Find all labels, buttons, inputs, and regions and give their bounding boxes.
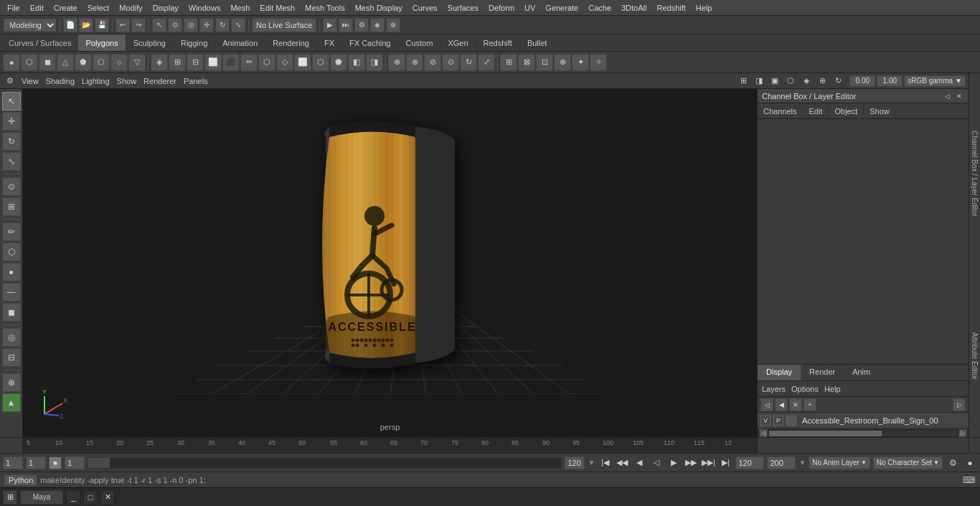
tab-animation[interactable]: Animation — [215, 34, 265, 51]
char-set-selector[interactable]: No Character Set ▼ — [873, 456, 943, 469]
cb-tab-edit[interactable]: Edit — [803, 103, 829, 118]
rotate-tool-lt[interactable]: ↻ — [2, 132, 21, 151]
shelf-icon-8[interactable]: ▽ — [128, 54, 146, 71]
playback-next-frame[interactable]: ▶▶ — [684, 456, 698, 470]
panels-menu[interactable]: Panels — [181, 74, 211, 88]
anim-settings-icon[interactable]: ⚙ — [946, 456, 960, 470]
show-menu[interactable]: Show — [114, 74, 140, 88]
layer-add-icon[interactable]: + — [804, 398, 816, 411]
shelf-icon-13[interactable]: ⬛ — [222, 54, 240, 71]
vp-icon-7[interactable]: ↻ — [831, 74, 845, 88]
current-frame-input2[interactable]: 1 — [65, 456, 85, 469]
render-seq-icon[interactable]: ⏭ — [339, 18, 353, 32]
cb-tab-object[interactable]: Object — [829, 103, 864, 118]
shelf-icon-9[interactable]: ◈ — [151, 54, 168, 71]
render-settings-icon[interactable]: ⚙ — [354, 18, 369, 32]
tab-curves-surfaces[interactable]: Curves / Surfaces — [1, 37, 78, 50]
scroll-right-arrow[interactable]: ▷ — [958, 429, 967, 438]
menu-redshift[interactable]: Redshift — [652, 2, 689, 14]
playback-jump-start[interactable]: |◀ — [598, 456, 612, 470]
shelf-icon-5[interactable]: ⬟ — [75, 54, 92, 71]
vp-icon-1[interactable]: ⊞ — [736, 74, 750, 88]
tab-rendering[interactable]: Rendering — [265, 34, 317, 51]
menu-select[interactable]: Select — [83, 2, 114, 14]
taskbar-max[interactable]: □ — [83, 490, 98, 505]
menu-modify[interactable]: Modify — [115, 2, 146, 14]
camera-y-input[interactable] — [877, 75, 903, 87]
range-end-input[interactable]: 200 — [767, 456, 796, 469]
scroll-left-arrow[interactable]: ◁ — [759, 429, 768, 438]
timeline-ruler[interactable]: 5 10 15 20 25 30 35 40 45 50 55 60 65 70… — [23, 438, 757, 453]
viewport-3d[interactable]: ACCESSIBLE — [23, 89, 757, 437]
menu-3dtoall[interactable]: 3DtoAll — [617, 2, 651, 14]
tab-polygons[interactable]: Polygons — [78, 34, 126, 51]
menu-mesh[interactable]: Mesh — [226, 2, 254, 14]
menu-help[interactable]: Help — [692, 2, 717, 14]
menu-mesh-display[interactable]: Mesh Display — [351, 2, 407, 14]
shelf-icon-10[interactable]: ⊞ — [169, 54, 186, 71]
edge-mode-lt[interactable]: — — [2, 283, 21, 301]
scale-icon[interactable]: ⤡ — [231, 18, 245, 32]
lighting-menu[interactable]: Lighting — [79, 74, 113, 88]
shelf-icon-7[interactable]: ○ — [110, 54, 128, 71]
shelf-icon-18[interactable]: ⬡ — [312, 54, 329, 71]
layer-color-box[interactable] — [786, 416, 796, 426]
frame-end-input[interactable]: 120 — [565, 456, 585, 469]
menu-display[interactable]: Display — [149, 2, 183, 14]
shelf-icon-3[interactable]: ◼ — [39, 54, 56, 71]
layer-delete-icon[interactable]: ✕ — [789, 398, 802, 411]
shelf-icon-32[interactable]: ✦ — [572, 54, 589, 71]
anim-layer-selector[interactable]: No Anim Layer ▼ — [809, 456, 870, 469]
tab-fx-caching[interactable]: FX Caching — [342, 34, 398, 51]
menu-file[interactable]: File — [3, 2, 24, 14]
shelf-icon-1[interactable]: ● — [3, 54, 20, 71]
rst-attribute-editor[interactable]: Attribute Editor — [969, 329, 980, 383]
vp-icon-3[interactable]: ▣ — [768, 74, 782, 88]
tab-rigging[interactable]: Rigging — [174, 34, 215, 51]
taskbar-min[interactable]: _ — [66, 490, 80, 505]
layers-tab-options[interactable]: Options — [791, 385, 819, 393]
tab-sculpting[interactable]: Sculpting — [126, 34, 174, 51]
tab-redshift[interactable]: Redshift — [476, 34, 520, 51]
cb-tab-channels[interactable]: Channels — [758, 103, 803, 118]
color-space-selector[interactable]: sRGB gamma ▼ — [904, 75, 966, 87]
frame-start-input[interactable]: 1 — [3, 456, 23, 469]
vp-icon-5[interactable]: ◈ — [799, 74, 814, 88]
shelf-icon-30[interactable]: ⊡ — [536, 54, 553, 71]
nav-lt[interactable]: ⊕ — [2, 373, 21, 392]
menu-windows[interactable]: Windows — [184, 2, 225, 14]
new-file-icon[interactable]: 📄 — [63, 18, 77, 32]
shelf-icon-31[interactable]: ⊕ — [554, 54, 571, 71]
shelf-icon-4[interactable]: △ — [57, 54, 74, 71]
shelf-icon-25[interactable]: ⊙ — [442, 54, 459, 71]
dr-tab-anim[interactable]: Anim — [844, 365, 879, 380]
tab-xgen[interactable]: XGen — [440, 34, 476, 51]
shelf-icon-14[interactable]: ✏ — [240, 54, 258, 71]
cb-tab-show[interactable]: Show — [864, 103, 896, 118]
open-file-icon[interactable]: 📂 — [79, 18, 93, 32]
paint-icon[interactable]: ◎ — [184, 18, 198, 32]
face-mode-lt[interactable]: ◼ — [2, 303, 21, 322]
snap-grid-lt[interactable]: ⊞ — [2, 197, 21, 216]
taskbar-icon[interactable]: ⊞ — [3, 490, 17, 505]
tab-custom[interactable]: Custom — [399, 34, 441, 51]
workspace-selector[interactable]: Modeling — [3, 18, 57, 32]
cb-left-icon[interactable]: ◁ — [942, 91, 952, 101]
layers-tab-help[interactable]: Help — [824, 385, 841, 393]
taskbar-close[interactable]: ✕ — [100, 490, 115, 505]
shelf-icon-28[interactable]: ⊞ — [500, 54, 517, 71]
python-tab[interactable]: Python — [4, 474, 37, 486]
shelf-icon-21[interactable]: ◨ — [366, 54, 383, 71]
shelf-icon-6[interactable]: ⬠ — [93, 54, 110, 71]
redo-icon[interactable]: ↪ — [131, 18, 146, 32]
shelf-icon-11[interactable]: ⊟ — [187, 54, 204, 71]
shelf-icon-23[interactable]: ⊗ — [406, 54, 423, 71]
layer-playback-toggle[interactable]: P — [773, 416, 783, 426]
view-menu[interactable]: View — [19, 74, 42, 88]
shelf-icon-22[interactable]: ⊕ — [388, 54, 405, 71]
layers-tab-layers[interactable]: Layers — [762, 385, 786, 393]
lasso-icon[interactable]: ⊙ — [168, 18, 182, 32]
move-icon[interactable]: ✛ — [199, 18, 214, 32]
tab-fx[interactable]: FX — [317, 34, 342, 51]
soft-select-lt[interactable]: ⊙ — [2, 177, 21, 196]
